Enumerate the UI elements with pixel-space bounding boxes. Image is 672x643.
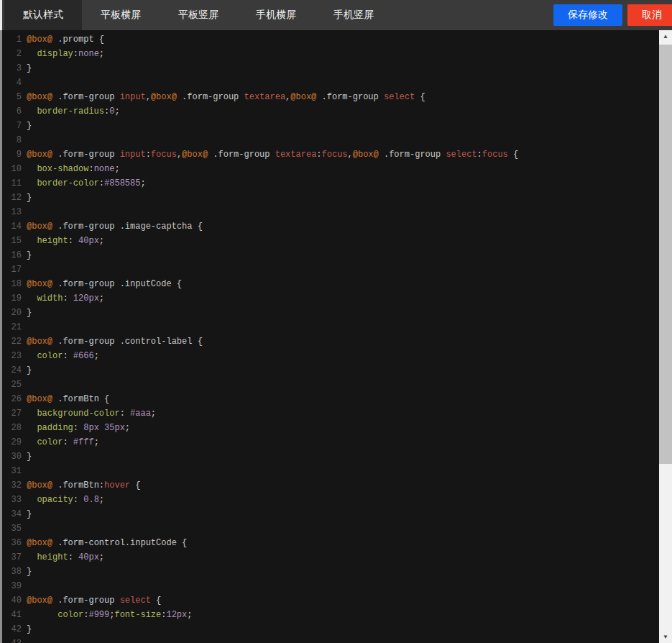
line-number: 43	[0, 637, 22, 643]
tab-phone-landscape[interactable]: 手机横屏	[237, 0, 315, 30]
line-number: 17	[0, 263, 22, 277]
code-line-content: height: 40px;	[22, 552, 104, 562]
code-line-content: @box@ .form-group .control-label {	[22, 337, 203, 347]
line-number: 36	[0, 536, 22, 550]
line-number: 41	[0, 608, 22, 622]
code-line-content: }	[22, 567, 32, 577]
save-changes-button[interactable]: 保存修改	[553, 4, 622, 26]
tab-phone-portrait[interactable]: 手机竖屏	[315, 0, 392, 30]
code-line: 31	[0, 464, 659, 478]
code-line-content: width: 120px;	[22, 293, 104, 304]
line-number: 5	[0, 90, 22, 104]
code-line: 15 height: 40px;	[0, 234, 659, 248]
code-line-content: }	[22, 452, 32, 462]
line-number: 10	[0, 162, 22, 176]
line-number: 19	[0, 291, 22, 306]
line-number: 2	[0, 47, 22, 61]
tab-tablet-landscape[interactable]: 平板横屏	[82, 0, 160, 30]
line-number: 22	[0, 334, 22, 349]
cancel-button[interactable]: 取消	[627, 4, 672, 26]
line-number: 42	[0, 622, 22, 637]
tab-default-style[interactable]: 默认样式	[4, 0, 82, 30]
scroll-down-icon: ▼	[663, 634, 668, 640]
code-line: 9@box@ .form-group input:focus,@box@ .fo…	[0, 147, 659, 162]
code-line: 14@box@ .form-group .image-captcha {	[0, 219, 659, 234]
code-line-content	[22, 524, 27, 534]
code-line: 42}	[0, 622, 659, 637]
code-line: 35	[0, 521, 659, 536]
line-number: 38	[0, 565, 22, 579]
line-number: 40	[0, 593, 22, 608]
code-line-content: }	[22, 509, 32, 519]
code-line: 5@box@ .form-group input,@box@ .form-gro…	[0, 90, 659, 104]
code-line-content	[22, 207, 27, 217]
code-line-content	[22, 135, 27, 145]
code-line-content: padding: 8px 35px;	[22, 423, 130, 433]
code-line: 4	[0, 76, 659, 90]
line-number: 6	[0, 104, 22, 119]
code-line-content: }	[22, 308, 32, 318]
line-number: 37	[0, 550, 22, 565]
line-number: 8	[0, 133, 22, 147]
css-code-editor[interactable]: 1@box@ .prompt {2 display:none;3}45@box@…	[0, 30, 659, 643]
scrollbar-thumb[interactable]	[659, 45, 672, 464]
code-line: 43	[0, 637, 659, 643]
code-line: 1@box@ .prompt {	[0, 32, 659, 47]
code-line-content: }	[22, 63, 32, 73]
code-line-content: @box@ .form-group input:focus,@box@ .for…	[22, 150, 518, 160]
code-line: 32@box@ .formBtn:hover {	[0, 478, 659, 493]
code-line: 27 background-color: #aaa;	[0, 406, 659, 421]
tab-tablet-portrait[interactable]: 平板竖屏	[160, 0, 237, 30]
line-number: 31	[0, 464, 22, 478]
code-line: 28 padding: 8px 35px;	[0, 421, 659, 435]
code-line: 39	[0, 579, 659, 593]
page-left-edge-top	[0, 0, 2, 30]
scroll-down-button[interactable]: ▼	[659, 631, 672, 643]
scroll-up-button[interactable]: ▲	[659, 30, 672, 42]
code-line: 30}	[0, 450, 659, 464]
code-line: 10 box-shadow:none;	[0, 162, 659, 176]
code-line-content: }	[22, 121, 32, 131]
editor-scrollbar[interactable]: ▲ ▼	[659, 30, 672, 643]
code-line-content: @box@ .form-group input,@box@ .form-grou…	[22, 92, 425, 102]
code-line: 11 border-color:#858585;	[0, 176, 659, 191]
code-line: 29 color: #fff;	[0, 435, 659, 450]
code-line: 20}	[0, 306, 659, 320]
code-line: 19 width: 120px;	[0, 291, 659, 306]
code-line-content: @box@ .formBtn:hover {	[22, 480, 140, 491]
line-number: 4	[0, 76, 22, 90]
code-line-content: }	[22, 193, 32, 203]
code-line-content: display:none;	[22, 49, 104, 59]
scroll-up-icon: ▲	[663, 33, 668, 40]
line-number: 9	[0, 147, 22, 162]
line-number: 27	[0, 406, 22, 421]
code-line-content: color:#999;font-size:12px;	[22, 610, 192, 620]
code-line-content	[22, 581, 27, 591]
code-line-content	[22, 466, 27, 476]
line-number: 28	[0, 421, 22, 435]
line-number: 21	[0, 320, 22, 334]
line-number: 39	[0, 579, 22, 593]
code-line-content: color: #fff;	[22, 437, 99, 447]
code-line: 7}	[0, 119, 659, 133]
code-line: 38}	[0, 565, 659, 579]
code-line: 13	[0, 205, 659, 219]
line-number: 7	[0, 119, 22, 133]
line-number: 26	[0, 392, 22, 406]
code-line-content: border-radius:0;	[22, 106, 120, 117]
line-number: 35	[0, 521, 22, 536]
line-number: 24	[0, 363, 22, 378]
line-number: 1	[0, 32, 22, 47]
code-line: 25	[0, 378, 659, 392]
code-line-content: }	[22, 250, 32, 260]
code-line-content: @box@ .form-group .inputCode {	[22, 279, 182, 289]
code-line-content: opacity: 0.8;	[22, 495, 104, 505]
line-number: 15	[0, 234, 22, 248]
code-line-content: border-color:#858585;	[22, 178, 146, 188]
code-line: 24}	[0, 363, 659, 378]
code-line-content	[22, 265, 27, 275]
line-number: 13	[0, 205, 22, 219]
code-line: 33 opacity: 0.8;	[0, 493, 659, 507]
line-number: 29	[0, 435, 22, 450]
code-line: 17	[0, 263, 659, 277]
